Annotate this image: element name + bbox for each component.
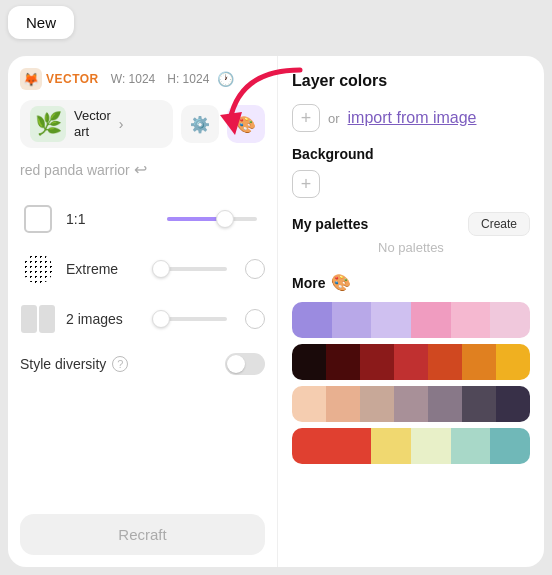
- swatch: [394, 344, 428, 380]
- images-slider[interactable]: [152, 317, 228, 321]
- options-section: 1:1 Extreme: [20, 197, 265, 504]
- add-background-button[interactable]: +: [292, 170, 320, 198]
- clock-icon: 🕐: [217, 71, 234, 87]
- swatch: [360, 386, 394, 422]
- palette-row-2[interactable]: [292, 344, 530, 380]
- swatch: [462, 344, 496, 380]
- swatch: [451, 302, 491, 338]
- swatch: [371, 428, 411, 464]
- images-option-row: 2 images: [20, 301, 265, 337]
- dimensions-height: H: 1024: [167, 72, 209, 86]
- swatch: [411, 302, 451, 338]
- background-section: Background +: [292, 146, 530, 198]
- palette-row-4[interactable]: [292, 428, 530, 464]
- images-radio[interactable]: [245, 309, 265, 329]
- swatch: [428, 386, 462, 422]
- style-diversity-toggle[interactable]: [225, 353, 265, 375]
- swatch: [496, 344, 530, 380]
- vector-badge: 🦊 VECTOR: [20, 68, 99, 90]
- asset-row: 🌿 Vectorart › ⚙️ 🎨: [20, 100, 265, 148]
- more-icon: 🎨: [331, 273, 351, 292]
- import-from-image-link[interactable]: import from image: [348, 109, 477, 127]
- swatch: [360, 344, 394, 380]
- help-icon[interactable]: ?: [112, 356, 128, 372]
- swatch: [462, 386, 496, 422]
- swatch: [411, 428, 451, 464]
- my-palettes-label: My palettes: [292, 216, 368, 232]
- ratio-option-row: 1:1: [20, 201, 265, 237]
- no-palettes-text: No palettes: [292, 236, 530, 259]
- extreme-icon: [20, 251, 56, 287]
- palette-row-1[interactable]: [292, 302, 530, 338]
- images-label: 2 images: [66, 311, 142, 327]
- asset-image: 🌿: [30, 106, 66, 142]
- style-diversity-label: Style diversity: [20, 356, 106, 372]
- prompt-display: red panda warrior ↩: [20, 158, 265, 187]
- asset-chevron-icon: ›: [119, 116, 124, 132]
- style-diversity-row: Style diversity ?: [20, 353, 265, 375]
- ratio-icon: [20, 201, 56, 237]
- extreme-label: Extreme: [66, 261, 142, 277]
- recraft-button[interactable]: Recraft: [20, 514, 265, 555]
- more-row: More 🎨: [292, 273, 530, 292]
- my-palettes-section: My palettes Create No palettes: [292, 212, 530, 259]
- main-card: 🦊 VECTOR W: 1024 H: 1024 🕐 🌿 Vectorart ›…: [8, 56, 544, 567]
- left-panel: 🦊 VECTOR W: 1024 H: 1024 🕐 🌿 Vectorart ›…: [8, 56, 278, 567]
- swatch: [428, 344, 462, 380]
- swatch: [292, 344, 326, 380]
- colors-button[interactable]: 🎨: [227, 105, 265, 143]
- swatch: [292, 428, 371, 464]
- swatch: [371, 302, 411, 338]
- ratio-label: 1:1: [66, 211, 157, 227]
- add-color-button[interactable]: +: [292, 104, 320, 132]
- new-button[interactable]: New: [8, 6, 74, 39]
- import-row: + or import from image: [292, 104, 530, 132]
- images-icon: [20, 301, 56, 337]
- swatch: [394, 386, 428, 422]
- dimensions-width: W: 1024: [111, 72, 155, 86]
- extreme-option-row: Extreme: [20, 251, 265, 287]
- swatch: [451, 428, 491, 464]
- swatch: [292, 386, 326, 422]
- palettes-header: My palettes Create: [292, 212, 530, 236]
- swatch: [496, 386, 530, 422]
- import-or-text: or: [328, 111, 340, 126]
- filters-button[interactable]: ⚙️: [181, 105, 219, 143]
- vector-icon: 🦊: [20, 68, 42, 90]
- extreme-slider[interactable]: [152, 267, 228, 271]
- header-row: 🦊 VECTOR W: 1024 H: 1024 🕐: [20, 68, 265, 90]
- right-panel: Layer colors + or import from image Back…: [278, 56, 544, 567]
- swatch: [292, 302, 332, 338]
- create-palette-button[interactable]: Create: [468, 212, 530, 236]
- ratio-slider[interactable]: [167, 217, 258, 221]
- panel-title: Layer colors: [292, 72, 530, 90]
- more-label: More: [292, 275, 325, 291]
- asset-name: Vectorart: [74, 108, 111, 139]
- swatch: [490, 428, 530, 464]
- swatch: [326, 344, 360, 380]
- swatch: [326, 386, 360, 422]
- extreme-radio[interactable]: [245, 259, 265, 279]
- swatch: [490, 302, 530, 338]
- asset-thumbnail[interactable]: 🌿 Vectorart ›: [20, 100, 173, 148]
- background-label: Background: [292, 146, 530, 162]
- prompt-arrow-icon: ↩: [134, 160, 147, 179]
- more-section: More 🎨: [292, 273, 530, 464]
- palette-row-3[interactable]: [292, 386, 530, 422]
- swatch: [332, 302, 372, 338]
